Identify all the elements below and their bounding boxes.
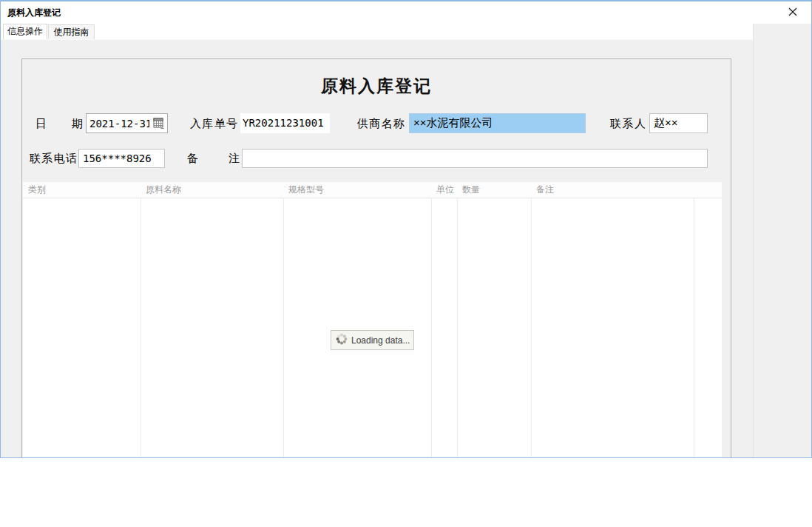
phone-label: 联系电话 bbox=[30, 149, 77, 168]
column-header-unit[interactable]: 单位 bbox=[431, 182, 457, 198]
column-divider bbox=[283, 182, 284, 457]
column-header-remark[interactable]: 备注 bbox=[531, 182, 694, 198]
calendar-dropdown-button[interactable] bbox=[149, 114, 167, 132]
column-header-material-name[interactable]: 原料名称 bbox=[141, 182, 283, 198]
column-divider bbox=[694, 182, 694, 457]
contact-input[interactable] bbox=[649, 113, 708, 133]
contact-label: 联系人 bbox=[610, 113, 646, 133]
form-title: 原料入库登记 bbox=[22, 75, 731, 98]
column-header-quantity[interactable]: 数量 bbox=[457, 182, 531, 198]
column-divider bbox=[141, 182, 141, 457]
materials-table: 类别 原料名称 规格型号 单位 数量 备注 bbox=[23, 182, 722, 457]
column-header-spec-model[interactable]: 规格型号 bbox=[283, 182, 431, 198]
column-divider bbox=[431, 182, 432, 457]
title-bar: 原料入库登记 bbox=[1, 1, 811, 24]
column-divider bbox=[531, 182, 532, 457]
loading-panel: Loading data... bbox=[331, 330, 414, 350]
remark-label: 备注 bbox=[187, 149, 240, 168]
close-button[interactable] bbox=[780, 4, 805, 21]
date-picker bbox=[86, 113, 168, 133]
date-label: 日期 bbox=[35, 113, 83, 133]
table-header-row: 类别 原料名称 规格型号 单位 数量 备注 bbox=[23, 182, 722, 198]
supplier-input[interactable] bbox=[409, 113, 586, 133]
entry-form-panel: 原料入库登记 日期 bbox=[21, 58, 731, 457]
remark-input[interactable] bbox=[242, 149, 708, 168]
tab-info-operations[interactable]: 信息操作 bbox=[3, 24, 47, 39]
date-input[interactable] bbox=[87, 118, 149, 130]
column-divider bbox=[457, 182, 458, 457]
loading-text: Loading data... bbox=[351, 335, 410, 346]
order-number-label: 入库单号 bbox=[190, 113, 237, 133]
window-background-right bbox=[753, 24, 811, 457]
app-window: 原料入库登记 信息操作 使用指南 原料入库登记 日期 bbox=[0, 0, 812, 458]
column-header-filler bbox=[694, 182, 722, 198]
order-number-field: YR20211231001 bbox=[240, 113, 330, 133]
window-title: 原料入库登记 bbox=[7, 7, 61, 19]
spinner-icon bbox=[336, 333, 348, 348]
phone-input[interactable] bbox=[78, 149, 165, 168]
supplier-label: 供商名称 bbox=[357, 113, 405, 133]
close-icon bbox=[788, 7, 798, 19]
tab-user-guide[interactable]: 使用指南 bbox=[48, 24, 95, 39]
tab-strip: 信息操作 使用指南 bbox=[1, 24, 751, 39]
column-header-category[interactable]: 类别 bbox=[23, 182, 141, 198]
tab-page: 原料入库登记 日期 bbox=[1, 39, 753, 457]
calendar-icon bbox=[153, 118, 164, 129]
